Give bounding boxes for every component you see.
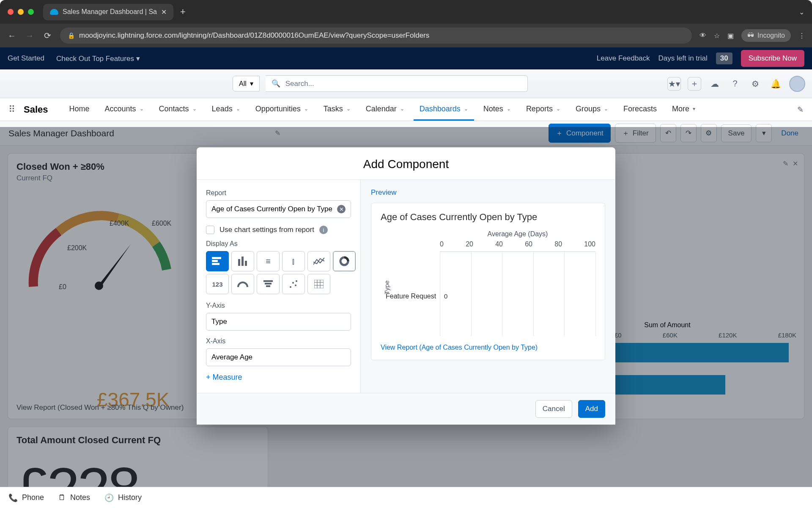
display-as-label: Display As: [206, 240, 351, 248]
table-option[interactable]: [307, 274, 330, 294]
gauge-option[interactable]: [231, 274, 254, 294]
chevron-down-icon: ⌄: [556, 106, 560, 112]
minimize-window-icon[interactable]: [18, 9, 24, 15]
favorites-icon[interactable]: ★▾: [667, 77, 681, 91]
preview-x-ticks: 0 20 40 60 80 100: [381, 240, 595, 248]
x-axis-select[interactable]: Average Age: [206, 348, 351, 366]
modal-config-panel: Report Age of Cases Currently Open by Ty…: [197, 180, 361, 393]
reload-icon[interactable]: ⟳: [42, 30, 52, 41]
chevron-down-icon: ⌄: [604, 106, 608, 112]
info-icon[interactable]: i: [319, 226, 328, 234]
panel-icon[interactable]: ▣: [727, 32, 734, 40]
window-controls: [8, 9, 34, 15]
setup-gear-icon[interactable]: ⚙: [749, 77, 762, 91]
browser-menu-icon[interactable]: ⋮: [798, 32, 805, 40]
report-picker[interactable]: Age of Cases Currently Open by Type ✕: [206, 200, 351, 218]
nav-reports[interactable]: Reports⌄: [520, 99, 566, 121]
add-button[interactable]: Add: [578, 400, 605, 418]
leave-feedback-link[interactable]: Leave Feedback: [597, 54, 650, 63]
vbar-chart-option[interactable]: [231, 251, 254, 271]
svg-rect-9: [265, 283, 272, 284]
preview-chart-title: Age of Cases Currently Open by Type: [381, 212, 595, 223]
history-icon: 🕘: [104, 493, 114, 502]
tab-overflow-icon[interactable]: ⌄: [799, 8, 804, 16]
add-measure-button[interactable]: + Measure: [206, 373, 351, 382]
close-window-icon[interactable]: [8, 9, 14, 15]
days-left-label: Days left in trial: [658, 54, 708, 63]
help-icon[interactable]: ?: [728, 77, 742, 91]
nav-groups[interactable]: Groups⌄: [570, 99, 614, 121]
nav-contacts[interactable]: Contacts⌄: [153, 99, 203, 121]
utility-bar: 📞Phone 🗒Notes 🕘History: [0, 487, 812, 508]
search-placeholder: Search...: [285, 80, 314, 88]
report-value: Age of Cases Currently Open by Type: [211, 205, 332, 213]
add-icon[interactable]: ＋: [688, 77, 701, 91]
svg-rect-1: [212, 257, 221, 259]
line-chart-option[interactable]: [307, 251, 330, 271]
nav-forecasts[interactable]: Forecasts: [617, 99, 663, 121]
new-tab-button[interactable]: +: [180, 6, 186, 17]
use-chart-settings-checkbox[interactable]: [206, 226, 214, 234]
chevron-down-icon: ⌄: [464, 106, 468, 112]
notifications-icon[interactable]: 🔔: [769, 77, 782, 91]
funnel-option[interactable]: [257, 274, 280, 294]
nav-notes[interactable]: Notes⌄: [477, 99, 517, 121]
chevron-down-icon: ▾: [250, 80, 253, 88]
top-features-link[interactable]: Check Out Top Features ▾: [56, 54, 140, 63]
svg-rect-4: [238, 259, 240, 266]
chevron-down-icon: ⌄: [400, 106, 404, 112]
donut-chart-option[interactable]: [333, 251, 356, 271]
chevron-down-icon: ⌄: [346, 106, 351, 112]
close-tab-icon[interactable]: ✕: [161, 8, 167, 16]
chevron-down-icon: ⌄: [507, 106, 511, 112]
notes-icon: 🗒: [58, 493, 66, 502]
url-field[interactable]: 🔒 moodjoyinc.lightning.force.com/lightni…: [60, 28, 692, 44]
hbar-chart-option[interactable]: [206, 251, 229, 271]
close-modal-icon[interactable]: ✕: [604, 146, 616, 163]
preview-view-report-link[interactable]: View Report (Age of Cases Currently Open…: [381, 344, 595, 351]
preview-label: Preview: [371, 188, 605, 197]
maximize-window-icon[interactable]: [28, 9, 34, 15]
star-icon[interactable]: ☆: [714, 32, 720, 40]
nav-tasks[interactable]: Tasks⌄: [318, 99, 357, 121]
stacked-vbar-option[interactable]: ⫿: [282, 251, 305, 271]
subscribe-now-button[interactable]: Subscribe Now: [741, 50, 804, 67]
metric-option[interactable]: 123: [206, 274, 229, 294]
back-icon[interactable]: ←: [7, 31, 17, 41]
search-scope-picker[interactable]: All ▾: [233, 76, 260, 91]
svg-rect-6: [245, 261, 247, 266]
nav-calendar[interactable]: Calendar⌄: [360, 99, 410, 121]
forward-icon[interactable]: →: [25, 31, 35, 41]
get-started-link[interactable]: Get Started: [8, 54, 44, 63]
svg-rect-2: [212, 260, 218, 262]
cancel-button[interactable]: Cancel: [535, 400, 572, 418]
browser-tab-strip: Sales Manager Dashboard | Sa ✕ + ⌄: [0, 0, 812, 24]
nav-opportunities[interactable]: Opportunities⌄: [250, 99, 314, 121]
preview-chart-area: Type Feature Request 0: [440, 251, 595, 336]
y-axis-select[interactable]: Type: [206, 313, 351, 331]
eye-off-icon[interactable]: 👁: [700, 32, 706, 39]
nav-edit-icon[interactable]: ✎: [797, 105, 804, 114]
chevron-down-icon: ⌄: [192, 106, 197, 112]
nav-accounts[interactable]: Accounts⌄: [99, 99, 150, 121]
nav-dashboards[interactable]: Dashboards⌄: [414, 99, 474, 121]
stacked-hbar-option[interactable]: ≡: [257, 251, 280, 271]
nav-leads[interactable]: Leads⌄: [206, 99, 246, 121]
trial-banner: Get Started Check Out Top Features ▾ Lea…: [0, 47, 812, 69]
global-search-input[interactable]: 🔍 Search...: [266, 75, 528, 92]
scatter-option[interactable]: [282, 274, 305, 294]
utility-history[interactable]: 🕘History: [104, 493, 142, 502]
browser-tab[interactable]: Sales Manager Dashboard | Sa ✕: [43, 4, 173, 20]
user-avatar[interactable]: [789, 76, 805, 92]
nav-more[interactable]: More▾: [666, 99, 701, 121]
trailhead-icon[interactable]: ☁: [708, 77, 721, 91]
utility-notes[interactable]: 🗒Notes: [58, 493, 90, 502]
clear-report-icon[interactable]: ✕: [337, 205, 346, 213]
app-launcher-icon[interactable]: ⠿: [8, 104, 15, 115]
report-field-label: Report: [206, 189, 351, 197]
incognito-badge[interactable]: 🕶 Incognito: [741, 29, 791, 42]
utility-phone[interactable]: 📞Phone: [8, 493, 44, 502]
preview-card: Age of Cases Currently Open by Type Aver…: [371, 203, 605, 360]
global-header: All ▾ 🔍 Search... ★▾ ＋ ☁ ? ⚙ 🔔: [0, 69, 812, 98]
nav-home[interactable]: Home: [63, 99, 96, 121]
